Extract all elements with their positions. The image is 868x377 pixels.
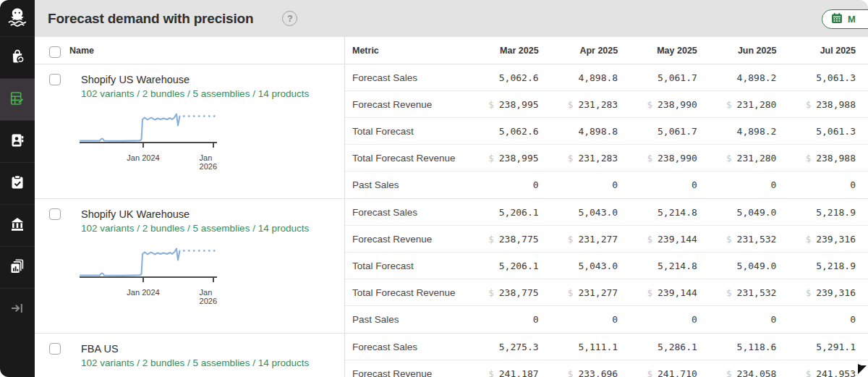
clipboard-check-icon <box>9 174 26 194</box>
metric-value-cell: $238,988 <box>776 153 856 164</box>
metric-value: 241,710 <box>658 368 697 377</box>
select-all-checkbox[interactable] <box>49 46 61 58</box>
table-row: Shopify UK Warehouse 102 variants / 2 bu… <box>35 198 868 333</box>
sparkline-chart-icon <box>80 242 218 283</box>
metric-value: 4,898.2 <box>737 72 777 83</box>
currency-symbol: $ <box>568 368 574 377</box>
metric-value-cell: $238,995 <box>459 99 539 110</box>
currency-symbol: $ <box>726 99 732 110</box>
warehouse-breakdown-links[interactable]: 102 variants / 2 bundles / 5 assemblies … <box>81 88 344 99</box>
metric-value: 239,316 <box>816 287 856 298</box>
warehouse-breakdown-links[interactable]: 102 variants / 2 bundles / 5 assemblies … <box>81 357 344 368</box>
metric-value-cell: $231,532 <box>697 234 777 245</box>
metric-value-cell: 5,049.0 <box>697 260 777 271</box>
period-button-label: M <box>848 14 856 25</box>
metric-value: 0 <box>612 179 618 190</box>
metric-value: 231,280 <box>737 99 777 110</box>
sidebar-item-brand[interactable] <box>0 0 35 37</box>
currency-symbol: $ <box>726 153 732 164</box>
currency-symbol: $ <box>488 99 494 110</box>
metric-value-cell: $239,144 <box>618 287 697 298</box>
metric-value-cell: $238,995 <box>459 153 539 164</box>
metric-value: 5,061.3 <box>816 126 856 137</box>
metric-value: 5,061.3 <box>816 72 856 83</box>
sparkline-axis-label: Jan 2026 <box>200 288 217 305</box>
warehouse-name[interactable]: Shopify UK Warehouse <box>81 208 344 220</box>
currency-symbol: $ <box>806 368 812 377</box>
metric-value: 5,286.1 <box>658 342 697 352</box>
sidebar-item-contacts[interactable] <box>0 121 35 163</box>
metric-value: 241,953 <box>816 368 856 377</box>
metric-value-cell: 5,062.6 <box>459 72 539 83</box>
metric-value-cell: 4,898.8 <box>539 126 618 137</box>
month-headers-row: Metric Mar 2025 Apr 2025 May 2025 Jun 20… <box>345 37 868 64</box>
select-row-checkbox[interactable] <box>49 74 61 85</box>
metric-label: Forecast Revenue <box>352 368 459 377</box>
metric-value: 0 <box>771 179 777 190</box>
metric-row: Total Forecast Revenue $238,995 $231,283… <box>345 145 868 171</box>
metric-value: 5,291.1 <box>816 342 856 352</box>
sparkline-axis-label: Jan 2024 <box>127 153 159 162</box>
metric-value-cell: 5,218.9 <box>776 260 856 271</box>
metric-value: 238,775 <box>499 234 539 245</box>
currency-symbol: $ <box>488 287 494 298</box>
warehouse-name[interactable]: FBA US <box>81 343 344 355</box>
metric-value-cell: $238,990 <box>618 99 697 110</box>
metric-value: 238,988 <box>816 153 856 164</box>
currency-symbol: $ <box>806 153 812 164</box>
currency-symbol: $ <box>647 234 652 245</box>
warehouse-breakdown-links[interactable]: 102 variants / 2 bundles / 5 assemblies … <box>81 223 344 234</box>
mouse-cursor <box>858 364 868 377</box>
metric-value: 231,532 <box>737 287 777 298</box>
metric-value-cell: $231,277 <box>539 234 618 245</box>
metric-value: 233,696 <box>578 368 618 377</box>
metric-value-cell: 5,061.3 <box>776 126 856 137</box>
metric-value-cell: $241,953 <box>776 368 856 377</box>
metric-value-cell: $231,532 <box>697 287 777 298</box>
sidebar-item-warehouses[interactable] <box>0 205 35 247</box>
metric-value: 5,118.6 <box>737 342 777 352</box>
metric-value: 5,206.1 <box>499 207 539 218</box>
help-icon[interactable]: ? <box>282 11 297 26</box>
metric-value-cell: 5,111.1 <box>539 342 618 352</box>
metric-value-cell: 5,061.7 <box>618 72 697 83</box>
currency-symbol: $ <box>647 99 652 110</box>
metric-value-cell: 5,206.1 <box>459 260 539 271</box>
metric-value-cell: 5,206.1 <box>459 207 539 218</box>
metric-value-cell: 5,043.0 <box>539 207 618 218</box>
metric-value-cell: 5,043.0 <box>539 260 618 271</box>
sidebar-item-store-sync[interactable] <box>0 37 35 79</box>
metric-value-cell: 5,286.1 <box>618 342 697 352</box>
metric-value: 5,062.6 <box>499 126 539 137</box>
metric-rows: Forecast Sales 5,275.3 5,111.1 5,286.1 5… <box>345 334 868 377</box>
currency-symbol: $ <box>726 287 732 298</box>
metric-row: Forecast Sales 5,275.3 5,111.1 5,286.1 5… <box>345 334 868 360</box>
page-header: Forecast demand with precision ? M <box>35 0 868 37</box>
sparkline-axis-label: Jan 2024 <box>127 288 159 297</box>
metric-value-cell: 4,898.8 <box>539 72 618 83</box>
warehouse-name[interactable]: Shopify US Warehouse <box>81 74 344 85</box>
warehouse-card: Shopify US Warehouse 102 variants / 2 bu… <box>35 64 345 198</box>
sidebar-item-forecast[interactable] <box>0 79 35 121</box>
metric-value: 0 <box>850 314 856 325</box>
metric-row: Forecast Revenue $238,995 $231,283 $238,… <box>345 91 868 118</box>
month-column-header: Jun 2025 <box>697 46 777 56</box>
sidebar-item-tasks[interactable] <box>0 163 35 205</box>
table-header-row: Name Metric Mar 2025 Apr 2025 May 2025 J… <box>35 37 868 64</box>
sidebar-item-reports[interactable] <box>0 247 35 289</box>
sidebar <box>0 0 35 377</box>
currency-symbol: $ <box>806 287 812 298</box>
sidebar-item-collapse[interactable] <box>0 289 35 331</box>
metric-value-cell: $231,277 <box>539 287 618 298</box>
select-row-checkbox[interactable] <box>49 208 61 220</box>
metric-value: 4,898.2 <box>737 126 777 137</box>
period-selector-button[interactable]: M <box>822 9 868 29</box>
main-area: Forecast demand with precision ? M <box>35 0 868 377</box>
metric-value: 238,995 <box>499 153 539 164</box>
metric-value: 5,218.9 <box>816 207 856 218</box>
metric-value-cell: 0 <box>618 179 697 190</box>
metric-value-cell: $231,280 <box>697 99 777 110</box>
select-row-checkbox[interactable] <box>49 343 61 355</box>
page-title: Forecast demand with precision <box>48 11 253 27</box>
currency-symbol: $ <box>806 99 812 110</box>
